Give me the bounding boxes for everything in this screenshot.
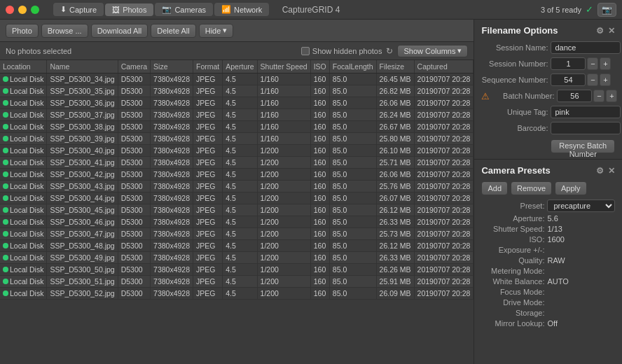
download-all-button[interactable]: Download All <box>91 24 148 38</box>
apply-preset-button[interactable]: Apply <box>555 181 587 195</box>
barcode-label: Barcode: <box>481 124 548 132</box>
iso-row: ISO: 1600 <box>481 235 615 244</box>
table-cell: JPEG <box>193 252 223 264</box>
table-row[interactable]: Local DiskSSP_D5300_43.jpgD53007380x4928… <box>0 181 474 192</box>
resync-batch-button[interactable]: Resync Batch Number <box>551 139 615 153</box>
table-cell: 26.09 MB <box>376 288 414 300</box>
preset-select[interactable]: precapture <box>547 200 615 212</box>
status-dot-icon <box>3 231 8 237</box>
table-row[interactable]: Local DiskSSP_D5300_39.jpgD53007380x4928… <box>0 133 474 145</box>
close-button[interactable] <box>6 6 14 14</box>
add-preset-button[interactable]: Add <box>481 181 508 195</box>
tab-network[interactable]: 📶 Network <box>214 3 269 16</box>
table-cell: SSP_D5300_50.jpg <box>47 264 118 276</box>
presets-toolbar: Add Remove Apply <box>481 181 615 195</box>
table-cell: 1/200 <box>257 145 310 157</box>
table-row[interactable]: Local DiskSSP_D5300_46.jpgD53007380x4928… <box>0 216 474 228</box>
table-cell: JPEG <box>193 181 223 192</box>
col-header-camera[interactable]: Camera <box>118 60 150 74</box>
shutter-label: Shutter Speed: <box>481 225 544 233</box>
photos-table-container[interactable]: Location Name Camera Size Format Apertur… <box>0 60 474 364</box>
col-header-format[interactable]: Format <box>193 60 223 74</box>
batch-number-row: ⚠ Batch Number: − + <box>481 90 615 102</box>
status-dot-icon <box>3 279 8 284</box>
table-cell: 7380x4928 <box>151 157 193 169</box>
table-row[interactable]: Local DiskSSP_D5300_47.jpgD53007380x4928… <box>0 228 474 240</box>
col-header-filesize[interactable]: Filesize <box>376 60 414 74</box>
session-number-increment[interactable]: + <box>600 57 611 70</box>
table-cell: 1/160 <box>257 85 310 97</box>
sequence-number-input[interactable] <box>551 74 586 86</box>
col-header-iso[interactable]: ISO <box>310 60 329 74</box>
col-header-name[interactable]: Name <box>47 60 118 74</box>
table-cell: D5300 <box>118 240 150 252</box>
col-header-focallength[interactable]: FocalLength <box>329 60 376 74</box>
table-row[interactable]: Local DiskSSP_D5300_52.jpgD53007380x4928… <box>0 288 474 300</box>
table-cell: Local Disk <box>0 216 47 228</box>
table-cell: 20190707 20:28 <box>414 276 474 288</box>
table-cell: D5300 <box>118 288 150 300</box>
tab-capture[interactable]: ⬇ Capture <box>53 3 104 16</box>
table-cell: 25.71 MB <box>376 157 414 169</box>
filename-options-gear-icon[interactable]: ⚙ <box>596 26 604 36</box>
table-cell: 20190707 20:28 <box>414 252 474 264</box>
col-header-captured[interactable]: Captured <box>414 60 474 74</box>
table-row[interactable]: Local DiskSSP_D5300_36.jpgD53007380x4928… <box>0 97 474 109</box>
table-row[interactable]: Local DiskSSP_D5300_34.jpgD53007380x4928… <box>0 74 474 85</box>
table-row[interactable]: Local DiskSSP_D5300_40.jpgD53007380x4928… <box>0 145 474 157</box>
col-header-size[interactable]: Size <box>151 60 193 74</box>
table-cell: 26.33 MB <box>376 216 414 228</box>
delete-all-button[interactable]: Delete All <box>151 24 195 38</box>
table-row[interactable]: Local DiskSSP_D5300_49.jpgD53007380x4928… <box>0 252 474 264</box>
mirror-label: Mirror Lookup: <box>481 319 544 328</box>
col-header-aperture[interactable]: Aperture <box>223 60 257 74</box>
table-row[interactable]: Local DiskSSP_D5300_35.jpgD53007380x4928… <box>0 85 474 97</box>
photo-button[interactable]: Photo <box>6 24 39 38</box>
photos-table: Location Name Camera Size Format Apertur… <box>0 60 474 300</box>
camera-presets-close-icon[interactable]: ✕ <box>608 166 615 176</box>
tab-cameras[interactable]: 📷 Cameras <box>155 3 213 16</box>
unique-tag-input[interactable] <box>551 106 621 118</box>
table-cell: 7380x4928 <box>151 121 193 133</box>
status-dot-icon <box>3 100 8 106</box>
status-dot-icon <box>3 88 8 94</box>
filename-options-close-icon[interactable]: ✕ <box>608 26 615 36</box>
tab-photos[interactable]: 🖼 Photos <box>105 4 153 16</box>
table-row[interactable]: Local DiskSSP_D5300_45.jpgD53007380x4928… <box>0 204 474 216</box>
table-row[interactable]: Local DiskSSP_D5300_37.jpgD53007380x4928… <box>0 109 474 121</box>
table-row[interactable]: Local DiskSSP_D5300_48.jpgD53007380x4928… <box>0 240 474 252</box>
batch-number-increment[interactable]: + <box>606 90 617 102</box>
table-cell: SSP_D5300_43.jpg <box>47 181 118 192</box>
browse-button[interactable]: Browse ... <box>41 24 88 38</box>
table-row[interactable]: Local DiskSSP_D5300_38.jpgD53007380x4928… <box>0 121 474 133</box>
table-cell: 20190707 20:28 <box>414 288 474 300</box>
preset-select-label: Preset: <box>481 202 544 210</box>
batch-number-decrement[interactable]: − <box>593 90 604 102</box>
sequence-number-increment[interactable]: + <box>600 74 611 86</box>
refresh-icon[interactable]: ↻ <box>386 46 393 56</box>
show-hidden-label[interactable]: Show hidden photos <box>301 47 382 55</box>
remove-preset-button[interactable]: Remove <box>511 181 552 195</box>
table-cell: 20190707 20:28 <box>414 192 474 204</box>
show-columns-button[interactable]: Show Columns ▾ <box>397 45 468 57</box>
camera-presets-gear-icon[interactable]: ⚙ <box>596 166 604 176</box>
session-name-input[interactable] <box>551 41 621 54</box>
hide-button[interactable]: Hide ▾ <box>199 24 234 38</box>
table-row[interactable]: Local DiskSSP_D5300_42.jpgD53007380x4928… <box>0 169 474 181</box>
col-header-location[interactable]: Location <box>0 60 47 74</box>
table-row[interactable]: Local DiskSSP_D5300_44.jpgD53007380x4928… <box>0 192 474 204</box>
session-number-input[interactable] <box>551 57 586 70</box>
minimize-button[interactable] <box>18 6 27 14</box>
barcode-input[interactable] <box>551 122 621 134</box>
table-row[interactable]: Local DiskSSP_D5300_50.jpgD53007380x4928… <box>0 264 474 276</box>
batch-number-input[interactable] <box>557 90 592 102</box>
show-hidden-checkbox[interactable] <box>301 47 310 55</box>
table-row[interactable]: Local DiskSSP_D5300_41.jpgD53007380x4928… <box>0 157 474 169</box>
session-number-decrement[interactable]: − <box>587 57 598 70</box>
camera-trigger-button[interactable]: 📷 <box>597 3 616 17</box>
table-cell: SSP_D5300_34.jpg <box>47 74 118 85</box>
table-row[interactable]: Local DiskSSP_D5300_51.jpgD53007380x4928… <box>0 276 474 288</box>
sequence-number-decrement[interactable]: − <box>587 74 598 86</box>
col-header-shutter[interactable]: Shutter Speed <box>257 60 310 74</box>
maximize-button[interactable] <box>31 6 39 14</box>
